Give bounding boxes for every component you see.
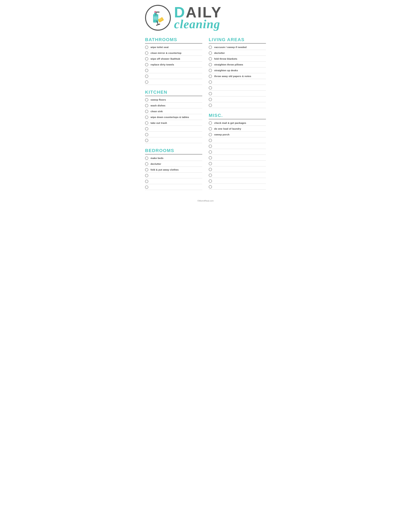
list-item[interactable]: throw away old papers & notes: [209, 73, 266, 79]
list-item[interactable]: [209, 79, 266, 85]
misc-title: MISC.: [209, 113, 266, 118]
living-areas-divider: [209, 43, 266, 44]
list-item[interactable]: [209, 161, 266, 166]
list-item[interactable]: [209, 102, 266, 108]
checkbox-circle[interactable]: [209, 80, 212, 84]
svg-rect-3: [156, 12, 159, 13]
checkbox-circle[interactable]: [209, 156, 212, 160]
list-item[interactable]: [145, 79, 202, 85]
checkbox-circle[interactable]: [145, 162, 148, 166]
list-item[interactable]: [145, 67, 202, 73]
checkbox-circle[interactable]: [209, 92, 212, 95]
list-item[interactable]: sweep floors: [145, 97, 202, 103]
checkbox-circle[interactable]: [209, 98, 212, 101]
checkbox-circle[interactable]: [145, 127, 148, 130]
checkbox-circle[interactable]: [209, 104, 212, 107]
list-item[interactable]: fold & put away clothes: [145, 167, 202, 172]
item-label: sweep floors: [150, 98, 166, 101]
list-item[interactable]: straighten up desks: [209, 67, 266, 73]
list-item[interactable]: straighten throw pillows: [209, 62, 266, 67]
checkbox-circle[interactable]: [145, 51, 148, 55]
list-item[interactable]: fold throw blankets: [209, 56, 266, 62]
list-item[interactable]: clean mirror & countertop: [145, 50, 202, 56]
list-item[interactable]: make beds: [145, 155, 202, 161]
list-item[interactable]: replace dirty towels: [145, 62, 202, 67]
bedrooms-divider: [145, 154, 202, 154]
checkbox-circle[interactable]: [209, 133, 212, 136]
list-item[interactable]: wipe off shower /bathtub: [145, 56, 202, 62]
list-item[interactable]: [209, 172, 266, 178]
list-item[interactable]: take out trash: [145, 120, 202, 126]
list-item[interactable]: [209, 91, 266, 96]
checkbox-circle[interactable]: [209, 121, 212, 125]
list-item[interactable]: [145, 172, 202, 178]
checkbox-circle[interactable]: [145, 139, 148, 142]
list-item[interactable]: [145, 132, 202, 137]
checkbox-circle[interactable]: [209, 150, 212, 154]
checkbox-circle[interactable]: [209, 57, 212, 60]
list-item[interactable]: [145, 73, 202, 79]
checkbox-circle[interactable]: [209, 139, 212, 142]
checkbox-circle[interactable]: [145, 157, 148, 160]
list-item[interactable]: sweep porch: [209, 132, 266, 137]
checkbox-circle[interactable]: [145, 133, 148, 136]
list-item[interactable]: [209, 137, 266, 143]
checkbox-circle[interactable]: [145, 57, 148, 60]
cleaning-icon: [148, 8, 168, 28]
item-label: declutter: [150, 162, 161, 165]
checkbox-circle[interactable]: [209, 127, 212, 130]
checkbox-circle[interactable]: [209, 51, 212, 55]
checkbox-circle[interactable]: [209, 185, 212, 189]
list-item[interactable]: [209, 184, 266, 190]
checkbox-circle[interactable]: [145, 46, 148, 49]
list-item[interactable]: declutter: [209, 50, 266, 56]
list-item[interactable]: do one load of laundry: [209, 126, 266, 132]
list-item[interactable]: wipe down countertops & tables: [145, 114, 202, 120]
checkbox-circle[interactable]: [145, 75, 148, 78]
item-label: wash dishes: [150, 104, 166, 107]
checkbox-circle[interactable]: [145, 116, 148, 119]
checkbox-circle[interactable]: [145, 180, 148, 183]
checkbox-circle[interactable]: [209, 75, 212, 78]
checkbox-circle[interactable]: [145, 174, 148, 177]
checkbox-circle[interactable]: [209, 145, 212, 148]
list-item[interactable]: declutter: [145, 161, 202, 167]
list-item[interactable]: [209, 149, 266, 155]
list-item[interactable]: wash dishes: [145, 103, 202, 108]
checkbox-circle[interactable]: [145, 104, 148, 107]
checkbox-circle[interactable]: [145, 110, 148, 113]
checkbox-circle[interactable]: [145, 63, 148, 66]
checkbox-circle[interactable]: [209, 168, 212, 171]
list-item[interactable]: [209, 155, 266, 161]
list-item[interactable]: [209, 178, 266, 184]
list-item[interactable]: vaccuum / sweep if needed: [209, 44, 266, 50]
checkbox-circle[interactable]: [145, 168, 148, 171]
checkbox-circle[interactable]: [209, 63, 212, 66]
list-item[interactable]: [209, 96, 266, 102]
list-item[interactable]: [209, 166, 266, 172]
checkbox-circle[interactable]: [145, 80, 148, 84]
list-item[interactable]: [209, 143, 266, 149]
checkbox-circle[interactable]: [145, 69, 148, 72]
checkbox-circle[interactable]: [209, 180, 212, 183]
checkbox-circle[interactable]: [209, 174, 212, 177]
list-item[interactable]: [145, 137, 202, 143]
checkbox-circle[interactable]: [145, 121, 148, 125]
item-label: wipe down countertops & tables: [150, 116, 189, 118]
bedrooms-list: make bedsdeclutterfold & put away clothe…: [145, 155, 202, 190]
list-item[interactable]: [209, 85, 266, 91]
list-item[interactable]: clean sink: [145, 108, 202, 114]
list-item[interactable]: [145, 126, 202, 132]
item-label: clean mirror & countertop: [150, 52, 181, 54]
checkbox-circle[interactable]: [209, 162, 212, 165]
checkbox-circle[interactable]: [145, 186, 148, 189]
list-item[interactable]: [145, 184, 202, 190]
misc-list: check mail & get packagesdo one load of …: [209, 120, 266, 190]
list-item[interactable]: wipe toilet seat: [145, 44, 202, 50]
checkbox-circle[interactable]: [209, 86, 212, 89]
checkbox-circle[interactable]: [209, 69, 212, 72]
checkbox-circle[interactable]: [209, 46, 212, 49]
checkbox-circle[interactable]: [145, 98, 148, 101]
list-item[interactable]: [145, 178, 202, 184]
list-item[interactable]: check mail & get packages: [209, 120, 266, 126]
